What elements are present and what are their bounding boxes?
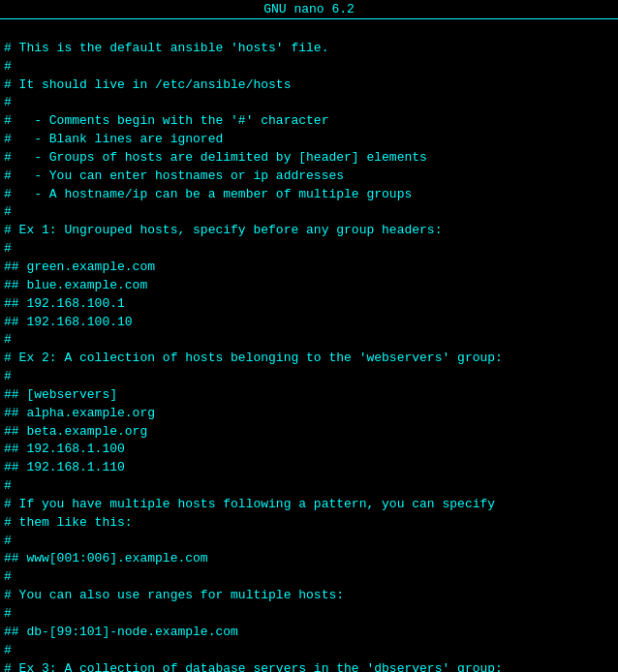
editor-line: ## www[001:006].example.com xyxy=(4,550,614,568)
editor-line: ## beta.example.org xyxy=(4,423,614,442)
editor-line: ## 192.168.1.100 xyxy=(4,441,614,459)
editor-line: # This is the default ansible 'hosts' fi… xyxy=(4,40,614,58)
editor-line: # xyxy=(4,533,614,551)
editor-line: # xyxy=(4,94,614,112)
editor-line: # xyxy=(4,368,614,386)
editor-line: # xyxy=(4,477,614,496)
editor-line: # - Groups of hosts are delimited by [he… xyxy=(4,149,614,168)
editor-line: # xyxy=(4,58,614,76)
editor-line: # them like this: xyxy=(4,514,614,533)
editor-line: # xyxy=(4,331,614,350)
editor-line: # - Comments begin with the '#' characte… xyxy=(4,112,614,131)
editor-line: # - Blank lines are ignored xyxy=(4,131,614,149)
title-bar: GNU nano 6.2 xyxy=(0,0,618,19)
editor-line: # Ex 3: A collection of database servers… xyxy=(4,660,614,672)
editor-line: # xyxy=(4,642,614,660)
editor-content: # This is the default ansible 'hosts' fi… xyxy=(0,19,618,672)
editor-line: ## [webservers] xyxy=(4,386,614,405)
editor-line: # If you have multiple hosts following a… xyxy=(4,496,614,514)
editor-line: # xyxy=(4,605,614,624)
editor-line: ## 192.168.1.110 xyxy=(4,459,614,477)
editor-line: ## blue.example.com xyxy=(4,277,614,295)
editor-line: ## green.example.com xyxy=(4,259,614,277)
editor-line: # xyxy=(4,568,614,587)
editor-line: # xyxy=(4,240,614,259)
editor-line: # You can also use ranges for multiple h… xyxy=(4,587,614,605)
title-label: GNU nano 6.2 xyxy=(263,2,355,16)
editor-line: ## 192.168.100.1 xyxy=(4,295,614,314)
editor-line: # Ex 1: Ungrouped hosts, specify before … xyxy=(4,222,614,240)
editor-line: # xyxy=(4,203,614,222)
editor-line: # It should live in /etc/ansible/hosts xyxy=(4,76,614,95)
editor-line: # - You can enter hostnames or ip addres… xyxy=(4,168,614,186)
editor-line: # Ex 2: A collection of hosts belonging … xyxy=(4,350,614,368)
editor-line: ## 192.168.100.10 xyxy=(4,314,614,332)
editor-line: ## db-[99:101]-node.example.com xyxy=(4,624,614,642)
editor-line: # - A hostname/ip can be a member of mul… xyxy=(4,186,614,204)
editor-line: ## alpha.example.org xyxy=(4,405,614,423)
